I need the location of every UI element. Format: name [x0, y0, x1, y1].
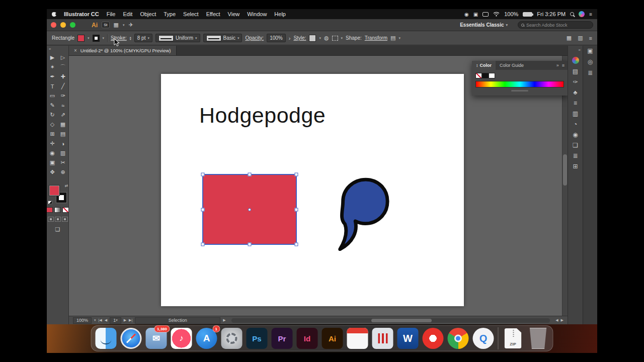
dock-icon-vivaldi[interactable] — [423, 328, 444, 349]
wifi-icon[interactable] — [493, 12, 500, 17]
style-caret[interactable]: ▾ — [319, 36, 321, 40]
stroke-color-swatch[interactable] — [93, 35, 100, 42]
tool-curvature[interactable]: ✚ — [58, 72, 68, 81]
screen-mode-button[interactable]: ❏ — [55, 226, 60, 233]
dock-icon-app-store[interactable]: A 1 — [196, 328, 217, 349]
artboard[interactable]: Hodgepodge — [161, 74, 464, 306]
selection-handle[interactable] — [295, 173, 298, 176]
share-icon[interactable]: ✈ — [128, 22, 133, 28]
selection-handle[interactable] — [201, 208, 205, 211]
dock-icon-safari[interactable] — [121, 328, 142, 349]
app-menu-title[interactable]: Illustrator CC — [64, 11, 99, 17]
workspace-switcher[interactable]: Essentials Classic ▾ — [460, 22, 508, 28]
tool-pencil[interactable]: ✎ — [47, 101, 58, 110]
menu-effect[interactable]: Effect — [206, 11, 220, 17]
fill-indicator[interactable] — [49, 186, 59, 196]
status-flyout-icon[interactable]: ▶ — [223, 318, 225, 322]
tool-shaper[interactable]: ≈ — [58, 101, 68, 110]
document-tab[interactable]: × Untitled-2* @ 100% (CMYK/GPU Preview) — [69, 46, 177, 55]
zoom-window-button[interactable] — [70, 22, 75, 28]
horizontal-scrollbar[interactable] — [231, 318, 550, 323]
menu-select[interactable]: Select — [183, 11, 199, 17]
tool-magic-wand[interactable]: ✶ — [47, 62, 58, 72]
adobe-stock-icon[interactable]: St — [102, 22, 110, 28]
panel-icon-color-themes[interactable]: ◎ — [588, 59, 593, 65]
dock-icon-finder[interactable] — [96, 328, 117, 349]
color-spectrum-bar[interactable] — [475, 81, 564, 87]
panel-collapse-icon[interactable]: » — [556, 63, 559, 68]
style-swatch[interactable] — [309, 35, 316, 42]
dock-icon-mail[interactable]: ✉ 1,380 — [146, 328, 167, 349]
panel-icon-stroke[interactable]: ≡ — [574, 100, 577, 106]
panel-icon-info[interactable]: ≣ — [588, 70, 593, 76]
white-swatch[interactable] — [489, 73, 495, 78]
menu-edit[interactable]: Edit — [123, 11, 132, 17]
vertical-scroll-thumb[interactable] — [563, 154, 567, 186]
select-similar-caret[interactable]: ▾ — [341, 36, 343, 40]
next-artboard-button[interactable]: ▶ — [124, 318, 126, 322]
select-similar-icon[interactable] — [332, 36, 338, 41]
menu-file[interactable]: File — [107, 11, 116, 17]
document-setup-globe-icon[interactable]: ◍ — [324, 35, 329, 41]
panel-icon-artboards[interactable]: ⊞ — [573, 163, 578, 169]
tool-lasso[interactable]: ⌒ — [58, 62, 68, 72]
dock-icon-calendar[interactable] — [347, 328, 368, 349]
selection-handle[interactable] — [295, 243, 298, 246]
panel-icon-brushes[interactable]: ✑ — [573, 79, 578, 85]
notification-center-icon[interactable]: ≡ — [589, 12, 592, 17]
selection-handle[interactable] — [201, 243, 205, 246]
brush-dropdown[interactable]: Basic ▾ — [203, 34, 243, 42]
dock-icon-word[interactable]: W — [397, 328, 419, 349]
color-button[interactable] — [47, 207, 53, 213]
menu-clock[interactable]: Fri 3:26 PM — [537, 11, 566, 17]
dock-icon-itunes[interactable]: ♪ — [171, 328, 192, 349]
selection-handle[interactable] — [248, 243, 252, 246]
display-icon[interactable] — [482, 12, 489, 17]
dock-icon-system-preferences[interactable] — [221, 328, 243, 349]
fill-caret[interactable]: ▾ — [88, 36, 90, 40]
tool-width[interactable]: ◇ — [47, 120, 58, 129]
record-icon[interactable]: ◉ — [464, 12, 469, 17]
tool-slice[interactable]: ✂ — [58, 158, 68, 167]
menu-view[interactable]: View — [228, 11, 240, 17]
swap-fill-stroke-icon[interactable]: ⇄ — [65, 184, 68, 188]
opacity-field[interactable]: 100% — [267, 34, 286, 42]
battery-icon[interactable] — [523, 12, 532, 17]
zoom-caret[interactable]: ▾ — [94, 318, 96, 322]
tool-mesh[interactable]: ⊞ — [47, 129, 58, 139]
gradient-button[interactable] — [54, 207, 61, 213]
dock-collapse-icon[interactable]: « — [579, 48, 583, 52]
fill-color-swatch[interactable] — [77, 35, 85, 42]
arrange-documents-caret[interactable]: ▾ — [123, 23, 125, 27]
scroll-left-button[interactable]: ◀ — [555, 318, 558, 322]
dock-icon-levels-app[interactable] — [372, 328, 393, 349]
panel-icon-symbols[interactable]: ♣ — [574, 89, 578, 96]
last-artboard-button[interactable]: ▶| — [129, 318, 132, 322]
tool-symbol-sprayer[interactable]: ◉ — [47, 148, 58, 158]
dock-icon-zip-file[interactable]: ZIP — [505, 328, 522, 348]
tool-gradient[interactable]: ▤ — [58, 129, 68, 139]
panel-menu-icon[interactable]: ≡ — [562, 63, 565, 68]
none-button[interactable] — [62, 207, 69, 213]
draw-inside-button[interactable] — [62, 217, 68, 222]
apple-menu-icon[interactable] — [52, 11, 57, 17]
dock-icon-trash[interactable] — [528, 328, 549, 349]
tool-blend[interactable]: ◑ — [58, 139, 68, 148]
minimize-window-button[interactable] — [60, 22, 66, 28]
opacity-flyout-icon[interactable]: › — [289, 35, 291, 41]
draw-behind-button[interactable] — [55, 217, 61, 222]
selection-handle[interactable] — [248, 173, 252, 176]
black-swatch[interactable] — [482, 73, 489, 78]
spotlight-icon[interactable] — [570, 12, 574, 16]
status-display[interactable]: Selection — [135, 317, 220, 324]
menu-type[interactable]: Type — [164, 11, 176, 17]
close-window-button[interactable] — [51, 22, 56, 28]
panel-icon-color[interactable] — [572, 57, 579, 64]
artboard-number-dropdown[interactable]: 1 ▾ — [110, 317, 121, 324]
previous-artboard-button[interactable]: ◀ — [105, 318, 107, 322]
panel-icon-appearance[interactable]: ◉ — [573, 132, 578, 138]
tool-hand[interactable]: ✥ — [47, 167, 58, 177]
comma-shape[interactable] — [332, 175, 391, 251]
siri-icon[interactable] — [579, 11, 585, 17]
align-caret[interactable]: ▾ — [398, 36, 400, 40]
